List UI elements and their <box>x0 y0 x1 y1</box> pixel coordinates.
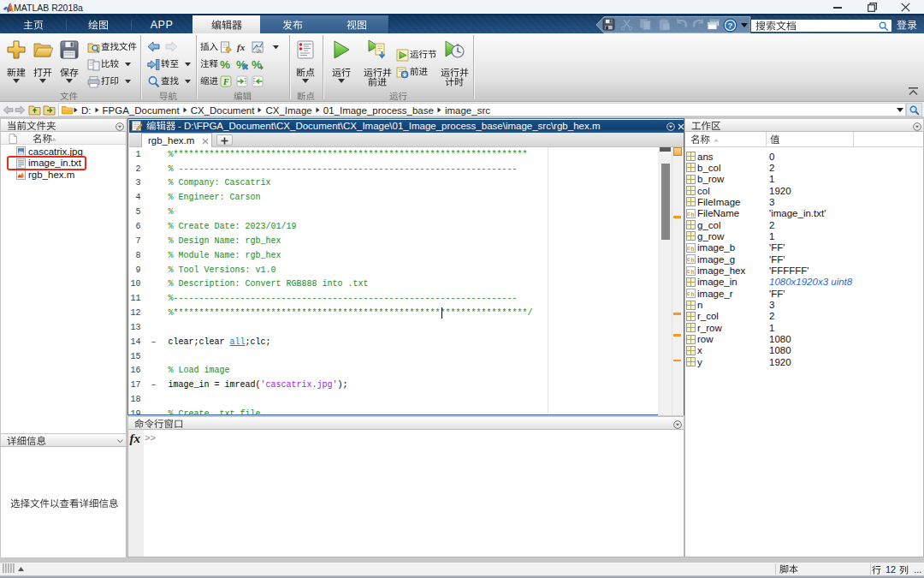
svg-text:?: ? <box>728 21 733 30</box>
svg-text:fn: fn <box>258 47 262 52</box>
svg-text:c: c <box>687 245 690 251</box>
svg-text:%: % <box>252 58 262 70</box>
svg-text:c: c <box>687 211 690 217</box>
svg-text:fx: fx <box>237 42 246 52</box>
svg-text:c: c <box>687 290 690 296</box>
svg-text:h: h <box>690 245 694 251</box>
svg-text:F: F <box>222 77 229 86</box>
svg-text:%: % <box>220 58 230 70</box>
svg-text:h: h <box>690 291 694 297</box>
svg-text:c: c <box>687 256 690 262</box>
svg-text:c: c <box>687 268 690 274</box>
svg-text:h: h <box>690 268 694 274</box>
svg-text:h: h <box>690 257 694 263</box>
svg-text:h: h <box>690 211 694 217</box>
